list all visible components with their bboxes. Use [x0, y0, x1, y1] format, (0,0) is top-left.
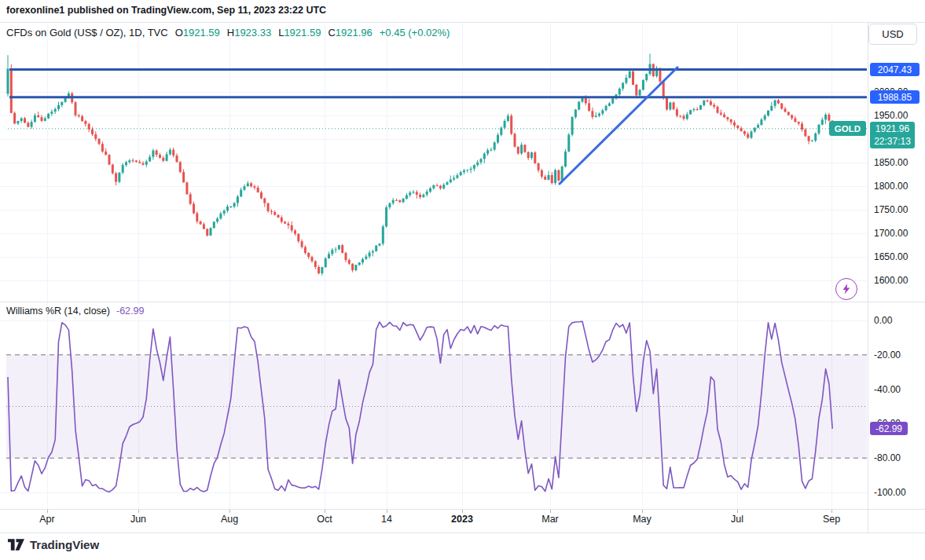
price-scale-label: 1750.00	[874, 204, 908, 216]
symbol-title[interactable]: CFDs on Gold (US$ / OZ), 1D, TVC	[6, 27, 168, 38]
time-axis-label: Sep	[809, 514, 853, 525]
price-scale-label: 1950.00	[874, 110, 908, 122]
header-separator	[0, 22, 925, 23]
symbol-name-tag: GOLD	[829, 121, 866, 136]
chart-canvas[interactable]	[0, 0, 925, 560]
price-change: +0.45 (+0.02%)	[380, 27, 450, 38]
indicator-scale-label: -100.00	[874, 487, 906, 499]
tradingview-logo-mark	[8, 539, 24, 551]
time-axis-label: Aug	[207, 514, 251, 525]
indicator-title: Williams %R (14, close)	[6, 306, 110, 317]
time-axis-separator	[0, 509, 925, 510]
time-axis-label: Oct	[303, 514, 347, 525]
lightning-bolt-icon	[840, 283, 853, 295]
indicator-scale-label: -20.00	[874, 350, 901, 361]
price-line-label-2: 1988.85	[870, 90, 919, 104]
indicator-header[interactable]: Williams %R (14, close) -62.99	[6, 306, 144, 317]
tradingview-logo[interactable]: TradingView	[8, 538, 99, 551]
tradingview-snapshot-page: forexonline1 published on TradingView.co…	[0, 0, 925, 560]
time-axis-label: 2023	[440, 514, 484, 525]
indicator-value-label: -62.99	[870, 422, 908, 435]
price-scale-label: 1650.00	[874, 251, 908, 263]
ohlc-open: O1921.59	[175, 27, 220, 38]
last-price-value: 1921.96	[875, 123, 909, 135]
time-axis-label: May	[620, 514, 664, 525]
candlestick-series[interactable]	[7, 53, 834, 275]
indicator-scale-label: -80.00	[874, 452, 901, 464]
symbol-header: CFDs on Gold (US$ / OZ), 1D, TVC O1921.5…	[6, 27, 450, 38]
attribution-text: forexonline1 published on TradingView.co…	[6, 5, 326, 16]
price-line-label-1: 2047.43	[870, 63, 919, 76]
currency-button[interactable]: USD	[868, 24, 917, 45]
quick-trade-button[interactable]	[835, 278, 857, 300]
indicator-scale-label: 0.00	[874, 315, 892, 327]
price-scale-label: 1700.00	[874, 228, 908, 240]
ohlc-low: L1921.59	[278, 27, 321, 38]
trendline[interactable]	[560, 68, 677, 184]
price-scale-separator	[868, 22, 868, 533]
last-price-label: 1921.9622:37:13	[870, 122, 915, 148]
time-axis-label: Jul	[715, 514, 759, 525]
ohlc-high: H1923.33	[227, 27, 271, 38]
indicator-value: -62.99	[116, 306, 144, 317]
price-scale-label: 1850.00	[874, 157, 908, 169]
price-scale-label: 1600.00	[874, 275, 908, 287]
time-axis-label: Mar	[528, 514, 572, 525]
logo-text: TradingView	[30, 538, 99, 551]
pane-separator[interactable]	[0, 302, 925, 302]
time-axis-label: 14	[365, 514, 409, 525]
ohlc-close: C1921.96	[328, 27, 372, 38]
price-scale-label: 1800.00	[874, 181, 908, 192]
time-axis-label: Jun	[116, 514, 160, 525]
time-axis-label: Apr	[25, 514, 69, 525]
bar-countdown: 22:37:13	[874, 135, 911, 148]
bottom-separator	[0, 533, 925, 533]
indicator-scale-label: -40.00	[874, 384, 901, 396]
